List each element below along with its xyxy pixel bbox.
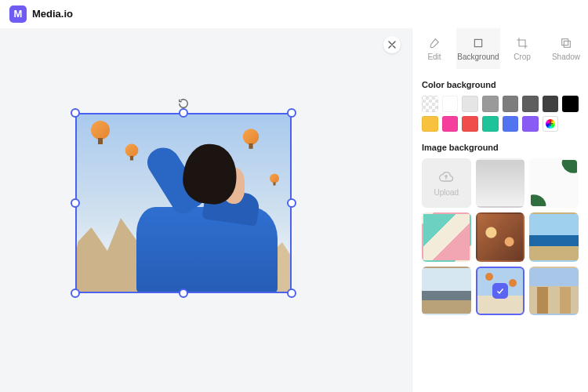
resize-handle-n[interactable] — [179, 108, 188, 118]
tab-crop[interactable]: Crop — [500, 28, 544, 69]
brush-icon — [428, 37, 441, 49]
editor-stage — [0, 28, 412, 392]
square-icon — [472, 37, 485, 49]
top-bar: M Media.io — [0, 0, 588, 28]
logo-mark: M — [9, 5, 27, 23]
swatch-lightgray[interactable] — [462, 96, 478, 112]
swatch-amber[interactable] — [422, 116, 438, 132]
svg-rect-1 — [562, 38, 568, 45]
tab-background[interactable]: Background — [456, 28, 500, 69]
swatch-purple[interactable] — [522, 116, 539, 132]
swatch-red[interactable] — [462, 116, 478, 132]
close-icon — [388, 41, 396, 49]
swatch-teal[interactable] — [482, 116, 499, 132]
svg-rect-2 — [564, 41, 570, 47]
check-icon — [495, 286, 505, 296]
color-swatch-row-1 — [422, 96, 579, 112]
resize-handle-se[interactable] — [287, 289, 296, 298]
resize-handle-e[interactable] — [287, 198, 296, 208]
bg-thumb-bokeh[interactable] — [476, 212, 525, 262]
panel-tabs: Edit Background Crop Shadow — [412, 28, 588, 69]
tab-label: Crop — [514, 53, 531, 61]
upload-label: Upload — [434, 188, 459, 197]
resize-handle-ne[interactable] — [287, 108, 296, 118]
tab-label: Edit — [427, 53, 441, 61]
tab-label: Shadow — [552, 53, 580, 61]
swatch-gray[interactable] — [482, 96, 499, 112]
crop-icon — [516, 37, 528, 49]
swatch-black[interactable] — [562, 96, 579, 112]
image-background-grid: Upload — [422, 158, 579, 315]
swatch-pink[interactable] — [442, 116, 459, 132]
add-color-button[interactable] — [543, 116, 559, 132]
rotate-icon — [178, 98, 189, 109]
bg-thumb-sea[interactable] — [529, 212, 579, 262]
image-background-title: Image background — [422, 143, 579, 152]
swatch-transparent[interactable] — [422, 96, 438, 112]
resize-handle-w[interactable] — [71, 198, 80, 208]
canvas-selection[interactable] — [75, 113, 292, 293]
bg-thumb-street[interactable] — [529, 267, 579, 316]
tab-edit[interactable]: Edit — [412, 28, 456, 69]
color-background-title: Color background — [422, 80, 579, 89]
swatch-white[interactable] — [442, 96, 459, 112]
tab-shadow[interactable]: Shadow — [544, 28, 588, 69]
bg-thumb-gradient[interactable] — [476, 158, 525, 208]
svg-rect-0 — [474, 39, 481, 46]
color-swatch-row-2 — [422, 116, 579, 132]
upload-image-button[interactable]: Upload — [422, 158, 471, 208]
upload-icon — [438, 169, 454, 185]
resize-handle-sw[interactable] — [71, 289, 80, 298]
swatch-gray4[interactable] — [543, 96, 559, 112]
tab-label: Background — [457, 53, 499, 61]
bg-thumb-leaves[interactable] — [529, 158, 579, 208]
selected-badge — [492, 283, 508, 299]
selection-border — [75, 113, 292, 293]
resize-handle-s[interactable] — [179, 289, 188, 298]
swatch-gray2[interactable] — [503, 96, 519, 112]
swatch-blue[interactable] — [503, 116, 519, 132]
swatch-gray3[interactable] — [522, 96, 539, 112]
right-panel: Edit Background Crop Shadow Color backgr… — [412, 28, 588, 392]
resize-handle-nw[interactable] — [71, 108, 80, 118]
shadow-icon — [560, 37, 572, 49]
bg-thumb-balloons[interactable] — [476, 267, 525, 316]
logo-text: Media.io — [32, 8, 73, 20]
bg-thumb-pastel[interactable] — [422, 212, 471, 262]
bg-thumb-mountains[interactable] — [422, 267, 471, 316]
close-button[interactable] — [383, 36, 401, 53]
